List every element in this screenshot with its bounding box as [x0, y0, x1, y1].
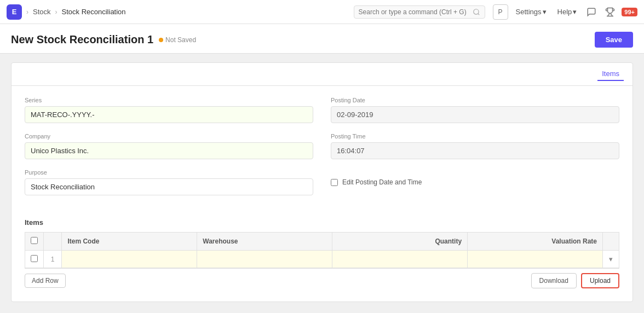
purpose-input[interactable]: [25, 178, 313, 195]
row-num-cell: 1: [44, 251, 62, 268]
row-number: 1: [51, 256, 55, 263]
main-content: Items Series Posting Date Company: [0, 62, 644, 313]
row-expand-button[interactable]: ▾: [608, 254, 614, 264]
table-header-row: Item Code Warehouse Quantity Valuation R…: [25, 233, 619, 251]
page-title-row: New Stock Reconciliation 1 Not Saved: [11, 33, 196, 46]
add-row-button[interactable]: Add Row: [25, 274, 66, 288]
not-saved-text: Not Saved: [165, 36, 196, 44]
row-item-code-input[interactable]: [66, 254, 192, 264]
app-icon[interactable]: E: [7, 4, 22, 20]
form-row-1: Series Posting Date: [25, 97, 619, 123]
search-input[interactable]: [359, 8, 469, 16]
posting-date-label: Posting Date: [331, 97, 619, 103]
row-quantity-cell: [332, 251, 468, 268]
svg-point-0: [473, 9, 478, 14]
notification-badge[interactable]: 99+: [622, 8, 637, 16]
series-input[interactable]: [25, 106, 313, 123]
row-checkbox-cell: [25, 251, 44, 268]
form-card: Items Series Posting Date Company: [11, 62, 633, 302]
card-tabs: Items: [12, 63, 633, 86]
breadcrumb-sep-1: ›: [26, 8, 28, 16]
form-row-2: Company Posting Time: [25, 133, 619, 159]
th-checkbox: [25, 233, 44, 251]
edit-posting-row: Edit Posting Date and Time: [331, 178, 619, 186]
upload-button[interactable]: Upload: [581, 273, 619, 288]
search-icon: [473, 8, 480, 16]
edit-posting-checkbox[interactable]: [331, 179, 338, 186]
row-actions-cell: ▾: [603, 251, 619, 268]
table-row: 1: [25, 251, 619, 268]
edit-posting-label[interactable]: Edit Posting Date and Time: [342, 178, 422, 186]
settings-chevron-icon: ▾: [543, 8, 547, 16]
not-saved-badge: Not Saved: [159, 36, 196, 44]
breadcrumb-stock[interactable]: Stock: [33, 8, 51, 16]
form-group-purpose: Purpose: [25, 169, 313, 195]
trophy-icon-button[interactable]: [603, 5, 617, 19]
chat-icon-button[interactable]: [584, 5, 599, 19]
th-item-code: Item Code: [62, 233, 197, 251]
table-footer: Add Row Download Upload: [25, 268, 619, 293]
trophy-icon: [605, 7, 615, 17]
form-group-edit-posting: Edit Posting Date and Time: [331, 169, 619, 195]
items-section: Items Item Code Warehouse Quantity Valua…: [12, 216, 633, 302]
purpose-label: Purpose: [25, 169, 313, 176]
posting-date-input[interactable]: [331, 106, 619, 123]
posting-time-label: Posting Time: [331, 133, 619, 140]
page-title: New Stock Reconciliation 1: [11, 33, 153, 46]
chat-icon: [586, 7, 596, 17]
posting-time-input[interactable]: [331, 142, 619, 159]
items-section-title: Items: [25, 216, 619, 227]
edit-posting-spacer: [331, 169, 619, 176]
page-header: New Stock Reconciliation 1 Not Saved Sav…: [0, 24, 644, 54]
footer-right: Download Upload: [531, 273, 619, 288]
form-group-posting-time: Posting Time: [331, 133, 619, 159]
unsaved-dot-icon: [159, 38, 163, 42]
p-avatar: P: [493, 4, 508, 20]
form-body: Series Posting Date Company Posting Time: [12, 86, 633, 216]
row-quantity-input[interactable]: [337, 254, 463, 264]
th-valuation-rate: Valuation Rate: [468, 233, 603, 251]
th-actions: [603, 233, 619, 251]
row-warehouse-cell: [197, 251, 332, 268]
settings-button[interactable]: Settings ▾: [513, 5, 550, 18]
breadcrumb-stock-reconciliation[interactable]: Stock Reconciliation: [62, 8, 126, 16]
help-chevron-icon: ▾: [573, 8, 577, 16]
items-table: Item Code Warehouse Quantity Valuation R…: [25, 232, 619, 268]
nav-actions: P Settings ▾ Help ▾ 99+: [493, 4, 637, 20]
search-bar: [354, 5, 485, 19]
form-group-series: Series: [25, 97, 313, 123]
select-all-checkbox[interactable]: [31, 237, 38, 244]
help-button[interactable]: Help ▾: [554, 5, 580, 18]
th-row-num: [44, 233, 62, 251]
download-button[interactable]: Download: [531, 273, 577, 288]
save-button[interactable]: Save: [595, 32, 633, 48]
breadcrumb-sep-2: ›: [55, 8, 58, 16]
company-label: Company: [25, 133, 313, 140]
form-group-company: Company: [25, 133, 313, 159]
th-quantity: Quantity: [332, 233, 468, 251]
company-input[interactable]: [25, 142, 313, 159]
row-item-code-cell: [62, 251, 197, 268]
svg-line-1: [478, 13, 479, 15]
top-nav: E › Stock › Stock Reconciliation P Setti…: [0, 0, 644, 24]
row-checkbox[interactable]: [31, 255, 38, 262]
form-row-3: Purpose Edit Posting Date and Time: [25, 169, 619, 195]
th-warehouse: Warehouse: [197, 233, 332, 251]
form-group-posting-date: Posting Date: [331, 97, 619, 123]
row-valuation-rate-input[interactable]: [472, 254, 598, 264]
tab-items[interactable]: Items: [597, 67, 624, 81]
row-valuation-rate-cell: [468, 251, 603, 268]
series-label: Series: [25, 97, 313, 103]
row-warehouse-input[interactable]: [202, 254, 327, 264]
